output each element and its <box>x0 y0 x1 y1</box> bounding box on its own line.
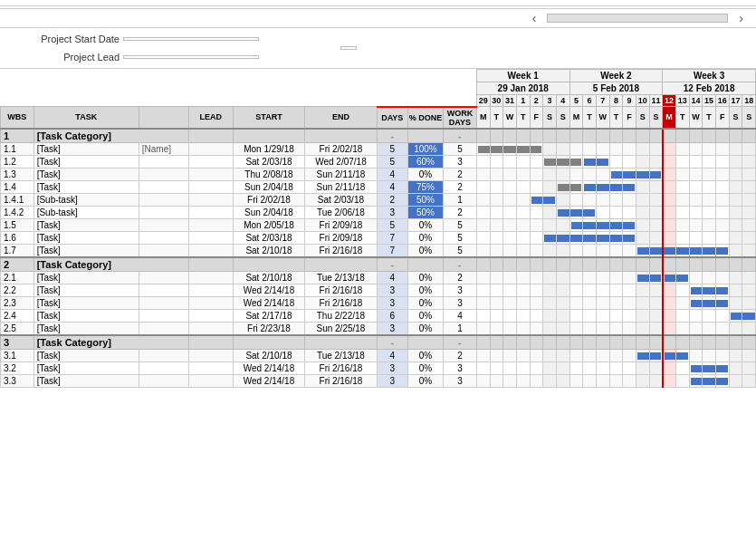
pct-done-cell: 0% <box>407 309 443 322</box>
gantt-day-cell <box>715 142 729 155</box>
gantt-day-cell <box>596 193 609 206</box>
wbs-cell: 2.5 <box>1 322 34 335</box>
gantt-day-cell <box>623 296 636 309</box>
gantt-day-cell <box>703 206 716 218</box>
gantt-day-cell <box>543 231 557 244</box>
gantt-day-cell <box>649 180 663 193</box>
days-cell: 4 <box>377 271 407 284</box>
gantt-day-cell <box>663 335 676 350</box>
gantt-day-cell <box>649 193 663 206</box>
display-week-value[interactable] <box>340 46 357 50</box>
gantt-bar <box>531 197 543 204</box>
pct-done-cell: 0% <box>407 374 443 387</box>
days-cell: 3 <box>377 374 407 387</box>
day-6: 6 <box>583 95 597 107</box>
gantt-day-cell <box>503 374 517 387</box>
gantt-day-cell <box>742 168 756 180</box>
main-table-area: Week 1 Week 2 Week 3 29 Jan 2018 5 Feb 2… <box>0 69 756 559</box>
workdays-cell: 3 <box>444 361 477 374</box>
start-date-value[interactable] <box>123 37 259 41</box>
gantt-day-cell <box>636 129 649 143</box>
gantt-day-cell <box>543 322 557 335</box>
days-cell: 3 <box>377 206 407 218</box>
start-cell: Sun 2/04/18 <box>233 180 304 193</box>
gantt-bar <box>690 247 703 255</box>
gantt-bar <box>716 300 728 307</box>
days-cell: - <box>377 335 407 350</box>
letter-S4: S <box>649 107 663 129</box>
gantt-day-cell <box>583 335 597 350</box>
task-cell: [Task] <box>33 155 139 168</box>
gantt-day-cell <box>543 218 557 231</box>
lead-cell <box>188 231 233 244</box>
gantt-day-cell <box>649 374 663 387</box>
gantt-day-cell <box>569 129 583 143</box>
pct-done-cell: 75% <box>407 180 443 193</box>
gantt-day-cell <box>715 271 729 284</box>
gantt-day-cell <box>742 271 756 284</box>
gantt-day-cell <box>476 322 490 335</box>
scroll-right-arrow[interactable]: › <box>732 11 751 25</box>
pct-done-cell: 0% <box>407 231 443 244</box>
gantt-day-cell <box>689 129 703 143</box>
gantt-day-cell <box>609 142 623 155</box>
wbs-cell: 1.5 <box>1 218 34 231</box>
gantt-day-cell <box>569 231 583 244</box>
col-pct: % DONE <box>407 107 443 129</box>
letter-T2: T <box>516 107 530 129</box>
gantt-day-cell <box>623 257 636 272</box>
gantt-day-cell <box>715 180 729 193</box>
gantt-day-cell <box>503 296 517 309</box>
scroll-track[interactable] <box>547 14 728 23</box>
gantt-day-cell <box>742 180 756 193</box>
gantt-day-cell <box>476 193 490 206</box>
week2-date: 5 Feb 2018 <box>569 82 663 95</box>
day-5: 5 <box>569 95 583 107</box>
gantt-day-cell <box>609 231 623 244</box>
scroll-left-arrow[interactable]: ‹ <box>525 11 544 25</box>
gantt-table: Week 1 Week 2 Week 3 29 Jan 2018 5 Feb 2… <box>0 69 756 388</box>
gantt-day-cell <box>675 244 689 257</box>
pct-done-cell: 0% <box>407 168 443 180</box>
gantt-day-cell <box>715 193 729 206</box>
letter-F1: F <box>530 107 543 129</box>
gantt-day-cell <box>609 309 623 322</box>
col-start: START <box>233 107 304 129</box>
task-cell: [Sub-task] <box>33 206 139 218</box>
gantt-day-cell <box>623 244 636 257</box>
gantt-day-cell <box>636 257 649 272</box>
gantt-day-cell <box>569 193 583 206</box>
gantt-day-cell <box>715 296 729 309</box>
gantt-day-cell <box>530 271 543 284</box>
table-row: 1.7[Task]Sat 2/10/18Fri 2/16/1870%5 <box>1 244 756 257</box>
gantt-day-cell <box>689 349 703 361</box>
gantt-bar <box>703 287 715 294</box>
gantt-bar <box>557 159 569 166</box>
gantt-day-cell <box>703 296 716 309</box>
gantt-day-cell <box>742 284 756 296</box>
gantt-bar <box>570 184 582 191</box>
gantt-day-cell <box>476 296 490 309</box>
gantt-day-cell <box>543 193 557 206</box>
lead-cell <box>188 374 233 387</box>
gantt-day-cell <box>729 155 742 168</box>
gantt-day-cell <box>503 335 517 350</box>
gantt-day-cell <box>596 349 609 361</box>
gantt-day-cell <box>490 129 503 143</box>
workdays-cell: - <box>444 129 477 143</box>
gantt-day-cell <box>476 335 490 350</box>
gantt-day-cell <box>476 180 490 193</box>
project-lead-value[interactable] <box>123 55 259 59</box>
gantt-day-cell <box>689 309 703 322</box>
day-letter-row: WBS TASK LEAD START END DAYS % DONE WORK… <box>1 107 756 129</box>
gantt-day-cell <box>689 296 703 309</box>
task-cell: [Task] <box>33 284 139 296</box>
spreadsheet: ‹ › Project Start Date Project Lead <box>0 0 756 559</box>
gantt-day-cell <box>543 284 557 296</box>
gantt-day-cell <box>530 168 543 180</box>
gantt-day-cell <box>649 335 663 350</box>
pct-done-cell: 60% <box>407 155 443 168</box>
table-row: 1.4[Task]Sun 2/04/18Sun 2/11/18475%2 <box>1 180 756 193</box>
gantt-day-cell <box>490 335 503 350</box>
gantt-day-cell <box>675 231 689 244</box>
